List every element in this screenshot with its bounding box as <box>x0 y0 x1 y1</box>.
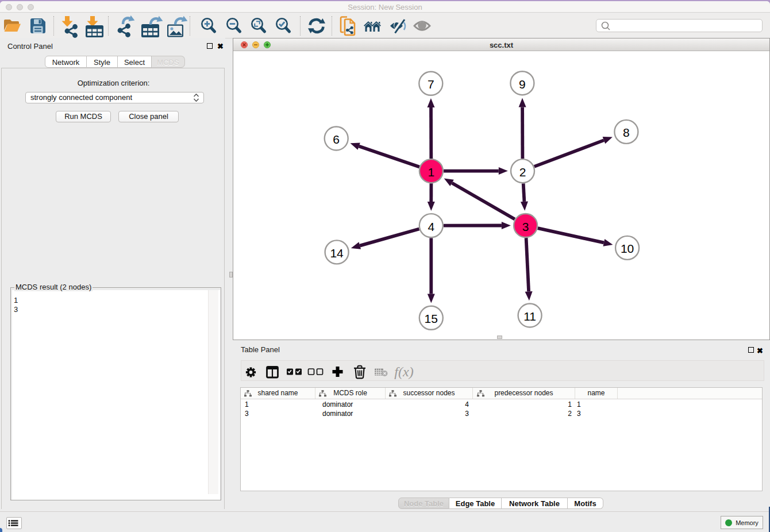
svg-text:11: 11 <box>523 310 536 323</box>
svg-text:9: 9 <box>519 78 526 91</box>
svg-text:15: 15 <box>425 312 438 325</box>
svg-text:14: 14 <box>330 246 344 260</box>
svg-text:4: 4 <box>428 220 434 233</box>
svg-text:8: 8 <box>623 126 630 139</box>
svg-text:2: 2 <box>519 165 526 179</box>
svg-text:6: 6 <box>333 133 340 146</box>
svg-text:7: 7 <box>428 78 434 91</box>
svg-text:1: 1 <box>428 165 435 179</box>
svg-text:3: 3 <box>522 220 529 233</box>
svg-text:10: 10 <box>621 242 634 255</box>
svg-text:f(x): f(x) <box>394 364 413 379</box>
